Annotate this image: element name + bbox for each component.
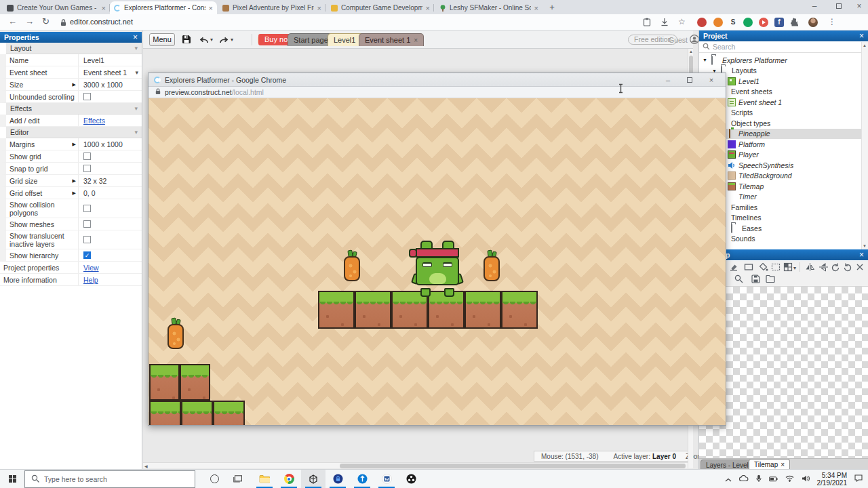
close-icon[interactable]: ×: [781, 461, 785, 468]
open-folder-icon[interactable]: [766, 274, 776, 285]
marquee-select-icon[interactable]: [771, 262, 782, 273]
expand-icon[interactable]: ▶: [73, 189, 76, 197]
scroll-up-icon[interactable]: ▲: [863, 43, 867, 47]
close-icon[interactable]: ×: [414, 37, 418, 44]
clear-tile-icon[interactable]: [855, 262, 866, 273]
word-app-taskbar-icon[interactable]: [374, 470, 399, 488]
game-viewport[interactable]: [149, 98, 726, 425]
close-icon[interactable]: ×: [859, 32, 864, 40]
save-icon[interactable]: [182, 35, 191, 45]
blue-app-taskbar-icon[interactable]: [350, 470, 374, 488]
flip-horizontal-icon[interactable]: [805, 262, 816, 273]
rotate-ccw-icon[interactable]: [831, 262, 842, 273]
browser-tab-3[interactable]: Pixel Adventure by Pixel Frog ×: [218, 1, 326, 14]
redo-dropdown-icon[interactable]: ▾: [231, 37, 233, 43]
back-icon[interactable]: ←: [8, 16, 17, 26]
zoom-tool-icon[interactable]: [734, 274, 745, 285]
extensions-puzzle-icon[interactable]: [791, 18, 800, 27]
browser-tab-2-active[interactable]: Explorers Platformer - Construct ×: [110, 1, 217, 14]
rectangle-tool-icon[interactable]: [744, 262, 755, 273]
facebook-extension-icon[interactable]: f: [774, 18, 784, 27]
rotate-cw-icon[interactable]: [843, 262, 854, 273]
clock[interactable]: 5:34 PM 2/19/2021: [817, 472, 848, 487]
section-layout[interactable]: Layout ▾: [6, 43, 142, 54]
window-restore-button[interactable]: [829, 0, 849, 14]
undo-dropdown-icon[interactable]: ▾: [210, 37, 213, 43]
margins-field[interactable]: 1000 x 1000: [78, 138, 142, 150]
project-scrollbar[interactable]: ▲ ▼: [861, 42, 868, 249]
show-grid-checkbox[interactable]: [83, 152, 91, 160]
event-sheet-dropdown[interactable]: Event sheet 1▾: [78, 66, 142, 78]
flip-vertical-icon[interactable]: [818, 262, 829, 273]
taskbar-search-input[interactable]: [44, 475, 189, 483]
preview-window[interactable]: Explorers Platformer - Google Chrome – ×…: [148, 73, 726, 426]
menu-button[interactable]: Menu: [149, 33, 175, 46]
redo-icon[interactable]: [219, 36, 229, 45]
show-collision-polygons-checkbox[interactable]: [83, 205, 91, 212]
size-field[interactable]: 3000 x 1000: [78, 79, 142, 90]
save-tilemap-icon[interactable]: [751, 274, 762, 285]
microphone-icon[interactable]: [756, 474, 762, 484]
name-field[interactable]: Level1: [78, 54, 142, 66]
undo-icon[interactable]: [199, 36, 209, 45]
obs-taskbar-icon[interactable]: [399, 470, 423, 488]
window-close-button[interactable]: ×: [849, 0, 868, 14]
taskbar-search[interactable]: [24, 470, 195, 488]
tree-item-project-root[interactable]: ▼ Explorers Platformer: [699, 55, 868, 66]
window-minimize-button[interactable]: –: [804, 0, 825, 14]
doc-tab-event-sheet-1[interactable]: Event sheet 1 ×: [359, 33, 424, 46]
browser-menu-dots-icon[interactable]: ⋮: [827, 18, 837, 27]
effects-link[interactable]: Effects: [83, 117, 105, 125]
show-meshes-checkbox[interactable]: [83, 220, 91, 228]
lock-app-taskbar-icon[interactable]: [326, 470, 350, 488]
eraser-tool-icon[interactable]: [729, 262, 740, 273]
bookmark-star-icon[interactable]: ☆: [678, 18, 688, 27]
preview-maximize-button[interactable]: [681, 76, 698, 84]
close-icon[interactable]: ×: [859, 251, 864, 259]
orange-extension-icon[interactable]: [713, 18, 723, 27]
snap-to-grid-checkbox[interactable]: [83, 165, 91, 172]
scroll-up-icon[interactable]: ▲: [689, 49, 693, 54]
s-extension-icon[interactable]: S: [728, 18, 738, 27]
preview-close-button[interactable]: ×: [703, 76, 720, 84]
adblock-extension-icon[interactable]: [697, 18, 707, 27]
forward-icon[interactable]: →: [25, 16, 34, 26]
tile-window-icon[interactable]: [783, 262, 794, 273]
tab-close-icon[interactable]: ×: [102, 5, 106, 12]
preview-url-bar[interactable]: preview.construct.net/local.html: [149, 87, 726, 98]
profile-avatar[interactable]: [808, 18, 818, 27]
horizontal-scrollbar[interactable]: ◀: [143, 462, 688, 468]
guest-avatar-icon[interactable]: [690, 35, 699, 45]
scroll-down-icon[interactable]: ▼: [863, 244, 867, 248]
expander-down-icon[interactable]: ▼: [703, 58, 709, 62]
grid-size-field[interactable]: 32 x 32: [78, 175, 142, 186]
preview-title-bar[interactable]: Explorers Platformer - Google Chrome – ×: [149, 73, 726, 87]
fill-tool-icon[interactable]: [759, 262, 770, 273]
tile-window-dropdown-icon[interactable]: ▾: [793, 265, 804, 276]
grammarly-extension-icon[interactable]: [743, 18, 753, 27]
tab-close-icon[interactable]: ×: [317, 5, 321, 12]
browser-tab-4[interactable]: Computer Game Development W ×: [327, 1, 434, 14]
cortana-button[interactable]: [203, 470, 225, 488]
wifi-icon[interactable]: [785, 475, 794, 483]
close-icon[interactable]: ×: [133, 33, 138, 41]
expand-icon[interactable]: ▶: [73, 140, 76, 148]
tab-close-icon[interactable]: ×: [426, 5, 430, 12]
unity-taskbar-icon[interactable]: [301, 470, 326, 488]
view-link[interactable]: View: [83, 264, 99, 272]
battery-icon[interactable]: [769, 475, 778, 483]
section-editor[interactable]: Editor ▾: [6, 127, 142, 138]
download-icon[interactable]: [660, 18, 670, 27]
start-button[interactable]: [0, 470, 24, 488]
clipboard-icon[interactable]: [643, 18, 652, 27]
help-link[interactable]: Help: [83, 276, 98, 284]
project-search[interactable]: [699, 41, 868, 53]
action-center-icon[interactable]: [854, 474, 863, 483]
show-hierarchy-checkbox[interactable]: ✓: [83, 251, 91, 259]
browser-tab-5[interactable]: Leshy SFMaker - Online Sound E ×: [435, 1, 542, 14]
tray-chevron-up-icon[interactable]: [725, 475, 732, 483]
tab-close-icon[interactable]: ×: [209, 5, 213, 12]
url-text[interactable]: editor.construct.net: [70, 18, 133, 26]
new-tab-button[interactable]: +: [547, 2, 557, 13]
file-explorer-icon[interactable]: [252, 470, 277, 488]
